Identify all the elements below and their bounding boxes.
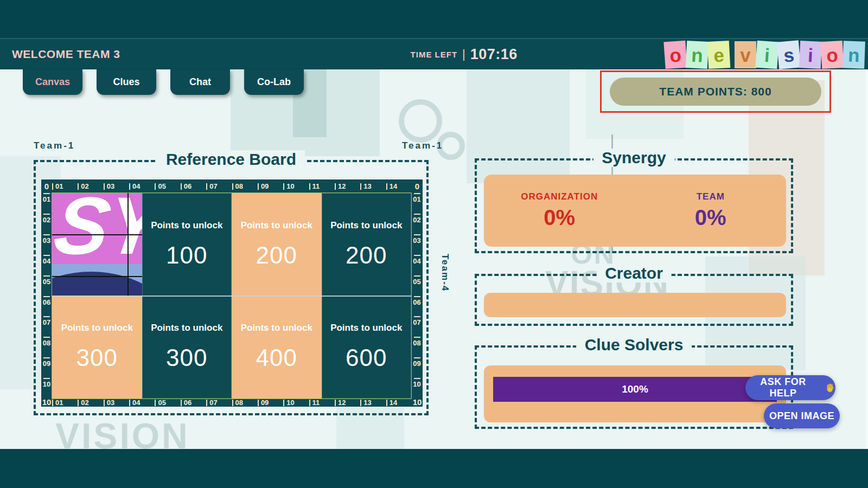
- tab-canvas[interactable]: Canvas: [23, 69, 82, 95]
- metric-value: 0%: [695, 206, 726, 230]
- synergy-title: Synergy: [593, 149, 674, 167]
- logo-letter: v: [735, 41, 756, 68]
- tab-chat[interactable]: Chat: [170, 69, 230, 95]
- points-to-unlock-value: 300: [76, 344, 118, 371]
- tab-bar: CanvasCluesChatCo-Lab: [23, 69, 304, 95]
- board-tile-locked-100: Points to unlock100: [142, 193, 232, 296]
- one-vision-logo: onevision: [665, 41, 865, 68]
- ruler-number: 05: [155, 179, 180, 193]
- main-content: ON VISION VISION TEAM POINTS: 800 Team-1…: [0, 69, 868, 449]
- ruler-number: 03: [104, 399, 129, 407]
- points-to-unlock-value: 400: [256, 344, 297, 371]
- points-to-unlock-label: Points to unlock: [330, 220, 402, 231]
- time-left-label: TIME LEFT: [411, 50, 458, 59]
- ruler-number: 09: [411, 357, 423, 378]
- ruler-number: 05: [41, 275, 52, 296]
- watermark-text: VISION: [55, 415, 190, 449]
- ask-for-help-button[interactable]: ASK FOR HELP: [745, 375, 835, 400]
- team-points-highlight-box: TEAM POINTS: 800: [600, 70, 831, 113]
- board-tile-locked-200: Points to unlock200: [232, 193, 322, 296]
- clue-progress-bar: 100%: [493, 377, 777, 402]
- tab-clues[interactable]: Clues: [97, 69, 156, 95]
- puzzle-grid-line: [127, 193, 129, 296]
- board-tile-locked-400: Points to unlock400: [232, 296, 322, 399]
- ruler-number: 12: [335, 179, 360, 193]
- header-bar: WELCOME TEAM 3 TIME LEFT | 107:16 onevis…: [0, 38, 868, 69]
- points-to-unlock-value: 200: [256, 242, 297, 269]
- points-to-unlock-value: 600: [346, 344, 387, 371]
- points-to-unlock-label: Points to unlock: [241, 220, 312, 231]
- ruler-bottom: 10010203040506070809101112131410: [41, 399, 423, 407]
- team-1-label-right: Team-1: [402, 140, 443, 151]
- tab-co-lab[interactable]: Co-Lab: [244, 69, 304, 95]
- creator-progress-bar-empty: [484, 293, 786, 317]
- synergy-card: ORGANIZATION0%TEAM0%: [484, 175, 786, 247]
- ruler-number: 02: [78, 399, 103, 407]
- points-to-unlock-label: Points to unlock: [330, 323, 402, 333]
- ruler-number: 10: [283, 399, 309, 407]
- ruler-number: 04: [41, 255, 52, 275]
- ruler-number: 11: [309, 399, 335, 407]
- ask-for-help-label: ASK FOR HELP: [745, 376, 821, 399]
- ruler-number: 03: [411, 234, 423, 255]
- metric-value: 0%: [544, 206, 575, 230]
- logo-letter: n: [843, 41, 865, 68]
- logo-letter: i: [799, 41, 822, 69]
- synergy-metric-organization: ORGANIZATION0%: [484, 175, 635, 247]
- ruler-number: 12: [335, 399, 360, 407]
- timer: TIME LEFT | 107:16: [411, 39, 518, 69]
- ruler-number: 07: [206, 399, 232, 407]
- ruler-number: 10: [411, 378, 423, 399]
- synergy-panel: Synergy ORGANIZATION0%TEAM0%: [475, 158, 793, 253]
- points-to-unlock-label: Points to unlock: [151, 323, 222, 333]
- ruler-number: 07: [41, 316, 52, 337]
- ruler-number: 05: [411, 275, 423, 296]
- points-to-unlock-label: Points to unlock: [151, 220, 222, 231]
- gear-decoration: [399, 99, 442, 143]
- right-edge-strip: [866, 69, 868, 449]
- points-to-unlock-label: Points to unlock: [61, 323, 133, 333]
- logo-letter: e: [707, 41, 731, 69]
- ruler-number: 01: [52, 179, 78, 193]
- board-row-divider: [52, 296, 411, 297]
- ruler-number: 07: [206, 179, 232, 193]
- time-value: 107:16: [470, 46, 518, 63]
- synergy-metric-team: TEAM0%: [635, 175, 787, 247]
- time-separator: |: [462, 47, 465, 61]
- ruler-number: 08: [41, 337, 52, 357]
- ruler-number: 02: [41, 214, 52, 234]
- metric-label: TEAM: [697, 191, 725, 202]
- ruler-number: 0: [412, 179, 423, 193]
- clue-solvers-title: Clue Solvers: [576, 336, 692, 354]
- ruler-number: 07: [411, 316, 423, 337]
- board-tile-locked-200: Points to unlock200: [322, 193, 412, 296]
- ruler-number: 04: [129, 179, 155, 193]
- open-image-label: OPEN IMAGE: [769, 410, 834, 422]
- team-4-label-side: Team-4: [439, 254, 450, 292]
- ruler-number: 08: [411, 337, 423, 357]
- logo-letter: o: [821, 41, 844, 69]
- board-tile-locked-600: Points to unlock600: [322, 296, 412, 399]
- ruler-number: 13: [360, 179, 386, 193]
- points-to-unlock-value: 300: [166, 344, 207, 371]
- logo-word: one: [665, 41, 730, 68]
- ruler-number: 02: [78, 179, 103, 193]
- open-image-button[interactable]: OPEN IMAGE: [764, 403, 840, 428]
- logo-letter: n: [686, 41, 709, 69]
- points-to-unlock-label: Points to unlock: [241, 323, 312, 333]
- logo-letter: s: [777, 40, 801, 69]
- ruler-number: 10: [41, 378, 52, 399]
- ruler-number: 10: [283, 179, 309, 193]
- ruler-number: 14: [386, 399, 412, 407]
- ruler-left: 01020304050607080910: [41, 193, 52, 399]
- ruler-number: 08: [232, 179, 258, 193]
- board-tile-locked-300: Points to unlock300: [52, 296, 142, 399]
- ruler-number: 09: [41, 357, 52, 378]
- ruler-number: 06: [181, 399, 206, 407]
- logo-letter: i: [755, 41, 778, 69]
- footer-bar: [0, 449, 868, 488]
- creator-title: Creator: [596, 264, 672, 282]
- team-points-badge[interactable]: TEAM POINTS: 800: [610, 78, 821, 106]
- ruler-number: 01: [52, 399, 78, 407]
- ruler-number: 09: [258, 399, 283, 407]
